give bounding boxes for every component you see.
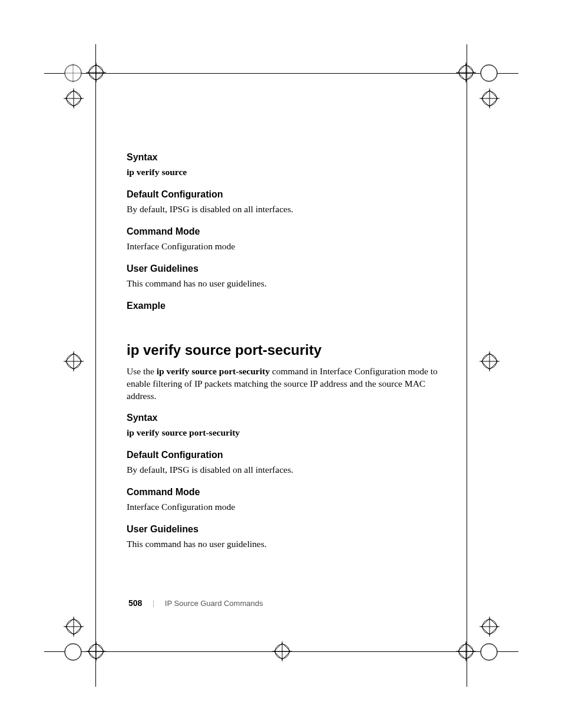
page-footer: 508 | IP Source Guard Commands	[128, 598, 263, 608]
registration-mark-icon	[480, 88, 500, 108]
command-title: ip verify source port-security	[127, 342, 439, 358]
svg-point-23	[482, 354, 497, 368]
svg-point-28	[65, 644, 81, 660]
registration-mark-icon	[64, 88, 84, 108]
crop-line-bottom	[44, 651, 518, 652]
command-mode-body: Interface Configuration mode	[127, 501, 439, 513]
svg-point-41	[482, 620, 497, 634]
heading-default-config: Default Configuration	[127, 450, 439, 460]
svg-point-32	[67, 620, 81, 634]
svg-point-8	[67, 91, 81, 106]
svg-point-5	[89, 65, 103, 80]
heading-syntax: Syntax	[127, 152, 439, 163]
heading-user-guidelines: User Guidelines	[127, 263, 439, 274]
intro-pre: Use the	[127, 366, 157, 376]
registration-mark-icon	[86, 62, 106, 83]
crop-line-top	[44, 73, 518, 74]
command-description: Use the ip verify source port-security c…	[127, 365, 439, 403]
chapter-title: IP Source Guard Commands	[165, 599, 263, 608]
syntax-command: ip verify source port-security	[127, 427, 439, 439]
heading-example: Example	[127, 301, 439, 311]
registration-mark-icon	[480, 351, 500, 371]
registration-mark-icon	[480, 617, 500, 637]
user-guidelines-body: This command has no user guidelines.	[127, 538, 439, 551]
command-mode-body: Interface Configuration mode	[127, 241, 439, 253]
svg-point-27	[65, 644, 81, 660]
footer-divider: |	[153, 599, 154, 608]
heading-default-config: Default Configuration	[127, 189, 439, 200]
svg-point-36	[481, 644, 497, 660]
heading-command-mode: Command Mode	[127, 226, 439, 237]
heading-user-guidelines: User Guidelines	[127, 524, 439, 535]
svg-point-37	[481, 644, 497, 660]
registration-mark-icon	[64, 617, 84, 637]
user-guidelines-body: This command has no user guidelines.	[127, 278, 439, 290]
intro-bold: ip verify source port-security	[157, 366, 270, 376]
registration-mark-icon	[64, 351, 84, 371]
svg-point-14	[459, 65, 473, 80]
svg-point-35	[480, 643, 498, 661]
page-content: Syntax ip verify source Default Configur…	[127, 152, 439, 551]
default-config-body: By default, IPSG is disabled on all inte…	[127, 203, 439, 216]
default-config-body: By default, IPSG is disabled on all inte…	[127, 464, 439, 476]
syntax-command: ip verify source	[127, 166, 439, 179]
registration-mark-icon	[62, 641, 84, 663]
heading-syntax: Syntax	[127, 413, 439, 423]
svg-point-20	[67, 354, 81, 368]
svg-point-26	[64, 643, 82, 661]
registration-mark-icon	[456, 62, 476, 83]
crop-line-right	[467, 44, 467, 687]
registration-mark-icon	[478, 641, 500, 663]
page-number: 508	[128, 598, 142, 608]
heading-command-mode: Command Mode	[127, 487, 439, 498]
crop-line-left	[95, 44, 96, 687]
svg-point-17	[482, 91, 497, 106]
